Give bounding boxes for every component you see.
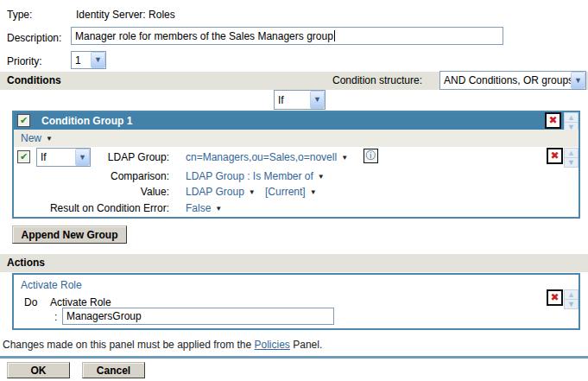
activate-role-group-link[interactable]: Activate Role [21,279,82,291]
value-mode-dropdown[interactable]: LDAP Group▼ [186,186,256,198]
ldap-group-value: cn=Managers,ou=Sales,o=novell [186,151,337,163]
text-caret [334,30,335,41]
append-new-group-button[interactable]: Append New Group [12,225,127,244]
action-move-control: ▲ ▼ [564,289,579,307]
menu-arrow-icon: ▼ [215,205,222,213]
comparison-label: Comparison: [14,170,169,182]
move-up-icon[interactable]: ▲ [564,148,579,158]
new-condition-menu[interactable]: New▼ [21,132,53,144]
condition-structure-label: Condition structure: [332,72,422,90]
menu-arrow-icon: ▼ [318,173,325,181]
chevron-down-icon: ▼ [571,72,585,89]
action-name: Activate Role [50,296,111,308]
condition-group-new-row: New▼ [14,130,579,147]
menu-arrow-icon: ▼ [249,188,256,196]
condition-group-header: ✔ Condition Group 1 ✖ ▲ ▼ [14,112,579,130]
result-on-error-dropdown[interactable]: False▼ [186,202,222,214]
move-up-icon[interactable]: ▲ [564,112,579,123]
condition-structure-select[interactable]: AND Conditions, OR groups ▼ [439,71,586,90]
ldap-group-dropdown[interactable]: cn=Managers,ou=Sales,o=novell▼ [186,151,348,163]
actions-section-title: Actions [7,254,45,272]
chevron-down-icon: ▼ [91,52,105,68]
value-label: Value: [14,186,169,198]
chevron-down-icon: ▼ [310,91,325,109]
type-label: Type: [7,9,32,21]
param-separator: : [54,311,57,323]
type-value: Identity Server: Roles [76,9,175,21]
priority-label: Priority: [7,55,42,67]
priority-select-value: 1 [72,54,81,67]
apply-note: Changes made on this panel must be appli… [3,339,322,351]
description-input[interactable]: Manager role for members of the Sales Ma… [71,27,503,45]
role-name-input[interactable]: ManagersGroup [62,308,334,325]
comparison-value: LDAP Group : Is Member of [186,170,313,182]
move-down-icon[interactable]: ▼ [564,300,579,309]
value-selection-dropdown[interactable]: [Current]▼ [265,186,317,198]
new-condition-menu-label: New [21,132,41,144]
actions-box: Activate Role Do Activate Role ✖ ▲ ▼ : M… [12,273,580,330]
info-icon[interactable]: ⓘ [364,149,378,163]
description-input-value: Manager role for members of the Sales Ma… [75,30,333,42]
condition-list-operator-value: If [275,94,284,106]
role-name-input-value: ManagersGroup [66,310,142,322]
condition-group-enabled-checkbox[interactable]: ✔ [17,114,30,127]
do-label: Do [24,296,37,308]
priority-select[interactable]: 1 ▼ [71,51,106,69]
condition-move-control: ▲ ▼ [564,148,579,165]
value-selection-value: [Current] [265,186,306,198]
move-up-icon[interactable]: ▲ [564,289,579,300]
comparison-dropdown[interactable]: LDAP Group : Is Member of▼ [186,170,325,182]
ok-button[interactable]: OK [7,362,70,378]
apply-note-text-before: Changes made on this panel must be appli… [3,339,255,351]
delete-condition-group-button[interactable]: ✖ [545,112,561,129]
delete-action-button[interactable]: ✖ [547,289,563,306]
menu-arrow-icon: ▼ [46,135,53,143]
policy-editor-panel: Type: Identity Server: Roles Description… [0,0,588,381]
apply-note-text-after: Panel. [290,339,322,351]
ldap-group-label: LDAP Group: [14,151,169,163]
description-label: Description: [7,32,61,44]
footer-divider [0,356,588,359]
result-on-error-value: False [186,202,211,214]
value-mode-value: LDAP Group [186,186,244,198]
delete-condition-button[interactable]: ✖ [547,148,563,164]
conditions-section-title: Conditions [7,72,61,90]
actions-section-bar: Actions [0,254,588,272]
cancel-button[interactable]: Cancel [82,362,145,378]
condition-list-operator-select[interactable]: If ▼ [274,90,326,110]
move-down-icon[interactable]: ▼ [564,158,579,168]
result-on-error-label: Result on Condition Error: [14,202,169,214]
condition-group-box: ✔ Condition Group 1 ✖ ▲ ▼ New▼ ✔ If ▼ LD… [12,111,580,219]
condition-group-move-control: ▲ ▼ [564,112,579,130]
menu-arrow-icon: ▼ [310,188,317,196]
policies-link[interactable]: Policies [255,339,290,351]
condition-structure-value: AND Conditions, OR groups [440,74,571,86]
menu-arrow-icon: ▼ [341,154,348,162]
condition-group-title: Condition Group 1 [41,112,132,130]
